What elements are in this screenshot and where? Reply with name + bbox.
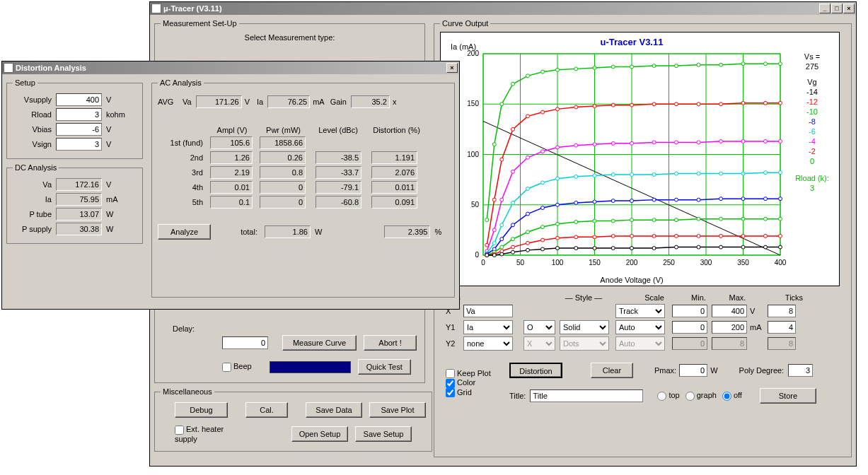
radio-graph-label[interactable]: graph: [685, 391, 717, 401]
gain-label: Gain: [330, 98, 347, 106]
svg-point-94: [574, 175, 578, 178]
vsupply-input[interactable]: [56, 93, 102, 106]
y1-var-select[interactable]: Ia: [463, 320, 513, 334]
harmonic-pwr: 0.8: [260, 166, 306, 179]
y1-scale-select[interactable]: Auto: [615, 320, 665, 334]
svg-point-144: [511, 245, 515, 249]
svg-point-112: [574, 201, 578, 204]
open-setup-button[interactable]: Open Setup: [291, 426, 348, 442]
svg-text:50: 50: [471, 201, 480, 209]
y2-var-select[interactable]: none: [463, 336, 513, 351]
svg-point-132: [611, 219, 615, 223]
beep-checkbox[interactable]: [222, 363, 231, 372]
distortion-titlebar[interactable]: Distortion Analysis ×: [2, 61, 459, 74]
avg-va-value: 171.26: [196, 95, 242, 108]
y1-line-select[interactable]: Solid: [560, 320, 609, 334]
vbias-input[interactable]: [56, 123, 102, 136]
svg-point-83: [719, 139, 723, 143]
svg-text:-14: -14: [806, 88, 818, 96]
svg-point-102: [741, 172, 745, 175]
total-dist-value: 2.395: [384, 225, 430, 238]
measure-curve-button[interactable]: Measure Curve: [282, 335, 357, 351]
save-data-button[interactable]: Save Data: [306, 402, 362, 418]
y1-ticks-input[interactable]: [768, 321, 796, 334]
dc-psup-unit: W: [106, 225, 113, 233]
quick-test-button[interactable]: Quick Test: [358, 359, 411, 375]
max-header: Max.: [718, 293, 757, 302]
svg-point-173: [719, 245, 723, 249]
harmonic-row: 1st (fund)105.61858.66: [158, 136, 449, 149]
y1-unit: mA: [750, 323, 768, 332]
keep-plot-checkbox[interactable]: [446, 369, 455, 378]
main-titlebar[interactable]: μ-Tracer (V3.11) _ □ ×: [150, 2, 856, 15]
ext-heater-checkbox[interactable]: [175, 426, 184, 435]
svg-point-168: [611, 247, 615, 250]
distortion-close-icon[interactable]: ×: [446, 63, 458, 73]
delay-input[interactable]: [222, 336, 268, 349]
close-icon[interactable]: ×: [843, 4, 855, 13]
dc-ptube-value: 13.07: [56, 208, 102, 221]
vsign-input[interactable]: [56, 138, 102, 151]
gain-unit: x: [393, 98, 397, 106]
x-var-input[interactable]: [463, 305, 513, 317]
radio-top-label[interactable]: top: [657, 391, 679, 401]
svg-point-46: [697, 63, 700, 66]
dc-ptube-label: P tube: [13, 210, 52, 218]
abort-button[interactable]: Abort !: [364, 335, 417, 351]
y1-min-input[interactable]: [672, 321, 707, 334]
radio-graph[interactable]: [685, 392, 695, 401]
svg-point-152: [652, 234, 656, 238]
vsupply-unit: V: [106, 95, 111, 104]
poly-input[interactable]: [788, 364, 813, 377]
vsign-label: Vsign: [13, 140, 52, 148]
harmonic-name: 5th: [158, 198, 207, 206]
maximize-icon[interactable]: □: [831, 4, 843, 13]
ext-heater-label[interactable]: Ext. heater supply: [175, 425, 231, 443]
radio-off-label[interactable]: off: [722, 391, 742, 401]
grid-checkbox[interactable]: [446, 388, 455, 397]
analyze-button[interactable]: Analyze: [158, 224, 211, 240]
svg-point-85: [764, 139, 768, 143]
svg-point-92: [541, 181, 545, 184]
color-label[interactable]: Color: [446, 378, 475, 387]
ticks-header: Ticks: [778, 293, 810, 302]
harmonic-row: 5th0.10-60.80.091: [158, 196, 449, 209]
rload-input[interactable]: [56, 108, 102, 121]
distortion-window: Distortion Analysis × Setup VsupplyV Rlo…: [1, 61, 460, 310]
distortion-button[interactable]: Distortion: [509, 363, 562, 378]
harmonic-dist: 0.011: [371, 181, 417, 194]
cal-button[interactable]: Cal.: [245, 402, 288, 418]
clear-button[interactable]: Clear: [591, 363, 633, 378]
minimize-icon[interactable]: _: [819, 4, 831, 13]
style-header: — Style —: [538, 293, 630, 302]
svg-text:-8: -8: [809, 117, 816, 126]
title-label: Title:: [509, 392, 526, 400]
svg-point-73: [526, 156, 530, 159]
save-setup-button[interactable]: Save Setup: [355, 426, 412, 442]
pmax-input[interactable]: [679, 364, 707, 377]
grid-label[interactable]: Grid: [446, 388, 472, 397]
y1-max-input[interactable]: [712, 321, 747, 334]
store-button[interactable]: Store: [760, 388, 816, 404]
x-scale-select[interactable]: Track: [615, 304, 665, 318]
svg-point-115: [630, 199, 634, 203]
beep-checkbox-label[interactable]: Beep: [222, 362, 252, 372]
y1-marker-select[interactable]: O: [523, 320, 555, 334]
harmonic-pwr: 1858.66: [260, 136, 306, 149]
svg-point-135: [675, 218, 678, 222]
title-input[interactable]: [530, 389, 643, 402]
x-min-input[interactable]: [672, 305, 707, 317]
radio-top[interactable]: [657, 392, 666, 401]
vbias-label: Vbias: [13, 125, 52, 134]
svg-point-170: [652, 247, 656, 250]
total-pwr-unit: W: [315, 228, 322, 236]
debug-button[interactable]: Debug: [175, 402, 228, 418]
radio-off[interactable]: [722, 392, 731, 401]
svg-point-90: [511, 201, 515, 204]
x-max-input[interactable]: [712, 305, 747, 317]
x-ticks-input[interactable]: [768, 305, 796, 317]
keep-plot-label[interactable]: Keep Plot: [446, 369, 491, 377]
color-checkbox[interactable]: [446, 379, 455, 388]
svg-text:400: 400: [775, 259, 787, 266]
save-plot-button[interactable]: Save Plot: [369, 402, 426, 418]
